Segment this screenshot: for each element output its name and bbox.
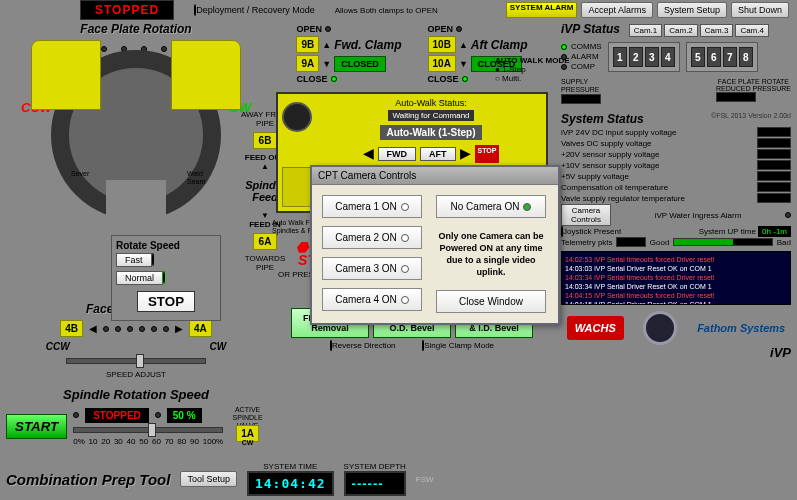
reverse-direction-toggle[interactable]: Reverse Direction [332,341,396,350]
status-row: Compensation oil temperature [561,182,791,192]
system-setup-button[interactable]: System Setup [657,2,727,18]
speed-adjust-label: SPEED ADJUST [6,370,266,379]
tool-setup-button[interactable]: Tool Setup [180,471,237,487]
status-leds: COMMS ALARM COMP [561,41,602,72]
key-9b[interactable]: 9B [296,36,319,53]
status-row: iVP 24V DC input supply voltage [561,127,791,137]
bottom-bar: Combination Prep Tool Tool Setup SYSTEM … [6,462,791,496]
spindle-percent: 50 % [167,408,202,423]
rotate-speed-box: Rotate Speed Fast Normal STOP [111,235,221,321]
cam2-button[interactable]: Cam.2 [664,24,698,37]
camera-3-on-button[interactable]: Camera 3 ON [322,257,422,280]
arrow-left-icon: ◀ [363,145,374,163]
aw-aft-button[interactable]: AFT [420,147,456,161]
left-panel: Face Plate Rotation CCW CW Sever Weld Se… [6,22,266,447]
arrow-down-icon: ▼ [459,59,468,69]
dialog-title: CPT Camera Controls [312,167,558,185]
deploy-mode-label[interactable]: Deployment / Recovery Mode [194,5,315,15]
fathom-logo: Fathom Systems [697,323,785,334]
weld-seam-label: Weld Seam [187,170,211,186]
status-row: +5V supply voltage [561,171,791,181]
seal-icon [282,102,312,132]
arrow-right-icon: ▶ [460,145,471,163]
allow-clamps-note: Allows Both clamps to OPEN [335,6,438,15]
aw-1step-label: Auto-Walk (1-Step) [380,125,481,140]
spindle-start-button[interactable]: START [6,414,67,439]
speed-adjust-slider[interactable] [66,358,206,364]
auto-walk-mode-selector[interactable]: AUTO WALK MODE ● 1-Step ○ Multi. [495,56,570,83]
aw-status-value: Waiting for Command [388,110,473,121]
spindle-stopped-indicator: STOPPED [85,408,149,423]
supply-pressure-value [561,94,601,104]
cam3-button[interactable]: Cam.3 [700,24,734,37]
key-10a[interactable]: 10A [428,55,456,72]
rotate-speed-label: Rotate Speed [116,240,216,251]
fast-button[interactable]: Fast [116,253,152,267]
fwd-clamp-section: OPEN 9B▲Fwd. Clamp 9A▼CLOSED CLOSE [296,22,401,86]
wachs-logo: WACHS [567,316,624,340]
reduced-pressure-value [716,92,756,102]
camera-note: Only one Camera can be Powered ON at any… [436,226,546,282]
single-clamp-toggle[interactable]: Single Clamp Mode [424,341,494,350]
uptime-value: 0h -1m [758,226,791,237]
jaw-left-icon [31,40,101,110]
faceplate-visual: CCW CW Sever Weld Seam Rotate Speed Fast… [21,40,251,220]
logos-row: WACHS Fathom Systems [561,311,791,345]
spindle-speed-slider[interactable] [73,427,223,433]
camera-controls-button[interactable]: Camera Controls [561,204,611,226]
arrow-up-icon: ▲ [459,40,468,50]
key-4b[interactable]: 4B [60,320,83,337]
camera-4-on-button[interactable]: Camera 4 ON [322,288,422,311]
aft-clamp-section: OPEN 10B▲Aft Clamp 10A▼CLOSED CLOSE AUTO… [428,22,528,86]
faceplate-stop-button[interactable]: STOP [137,291,195,312]
connector-block-1: 1 2 3 4 [608,42,680,72]
shut-down-button[interactable]: Shut Down [731,2,789,18]
ivp-label: iVP [561,345,791,360]
system-time-value: 14:04:42 [247,471,334,496]
status-row: Valves DC supply voltage [561,138,791,148]
spindle-speed-title: Spindle Rotation Speed [6,387,266,402]
camera-controls-dialog: CPT Camera Controls Camera 1 ON Camera 2… [310,165,560,325]
status-row: +20V sensor supply voltage [561,149,791,159]
log-panel: 14:02:53 iVP Serial timeouts forced Driv… [561,251,791,305]
connector-block-2: 5 6 7 8 [686,42,758,72]
system-alarm-indicator: SYSTEM ALARM [506,2,578,18]
arrow-up-icon: ▲ [322,40,331,50]
arrow-right-icon: ▶ [175,323,183,334]
normal-button[interactable]: Normal [116,271,163,285]
right-panel: iVP Status Cam.1 Cam.2 Cam.3 Cam.4 COMMS… [561,22,791,360]
jaw-right-icon [171,40,241,110]
system-depth-value: ------ [344,471,406,496]
key-10b[interactable]: 10B [428,36,456,53]
wachs-subsea-seal-icon [643,311,677,345]
arrow-down-icon: ▼ [322,59,331,69]
status-row: +10V sensor supply voltage [561,160,791,170]
top-bar: STOPPED Deployment / Recovery Mode Allow… [0,2,797,18]
cam4-button[interactable]: Cam.4 [735,24,769,37]
key-9a[interactable]: 9A [296,55,319,72]
stopped-indicator: STOPPED [80,0,174,20]
ivp-status-title: iVP Status [561,22,620,36]
aw-fwd-button[interactable]: FWD [378,147,417,161]
app-title: Combination Prep Tool [6,471,170,488]
system-status-section: System Status ©FSL 2013 Version 2.00d iV… [561,112,791,305]
spindle-ticks: 0%102030405060708090100% [73,437,223,446]
faceplate-rotation-title: Face Plate Rotation [6,22,266,36]
key-4a[interactable]: 4A [189,320,212,337]
close-window-button[interactable]: Close Window [436,290,546,313]
sever-label: Sever [71,170,89,177]
camera-1-on-button[interactable]: Camera 1 ON [322,195,422,218]
fwd-clamp-closed: CLOSED [334,56,386,72]
status-row: Vavle supply regulator temperature [561,193,791,203]
cam1-button[interactable]: Cam.1 [629,24,663,37]
telemetry-bar [673,238,773,246]
arrow-left-icon: ◀ [89,323,97,334]
version-label: ©FSL 2013 Version 2.00d [711,112,791,119]
aw-stop-button[interactable]: STOP [475,145,500,163]
accept-alarms-button[interactable]: Accept Alarms [581,2,653,18]
camera-2-on-button[interactable]: Camera 2 ON [322,226,422,249]
no-camera-on-button[interactable]: No Camera ON [436,195,546,218]
